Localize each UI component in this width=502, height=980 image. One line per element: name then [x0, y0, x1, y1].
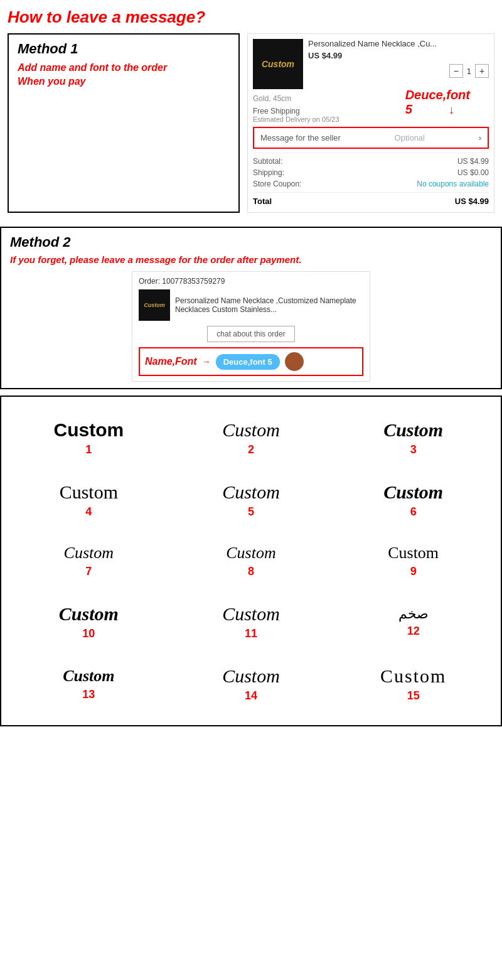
- user-avatar: [285, 352, 304, 371]
- product-name: Personalized Name Necklace ,Cu...: [308, 39, 489, 48]
- font-cell-12: صخم12: [332, 591, 494, 653]
- font-cell-9: Custom9: [332, 531, 494, 591]
- total-value: US $4.99: [455, 197, 489, 206]
- total-label: Total: [253, 197, 272, 206]
- font-number-2: 2: [248, 443, 254, 456]
- font-number-10: 10: [82, 627, 95, 640]
- method1-title: Method 1: [18, 41, 230, 57]
- order-product-name: Personalized Name Necklace ,Customized N…: [175, 296, 363, 314]
- shipping-info: Free Shipping Estimated Delivery on 05/2…: [253, 107, 339, 123]
- shipping-fee-value: US $0.00: [457, 168, 489, 177]
- optional-label: Optional: [395, 133, 425, 143]
- chat-message-row: Name,Font → Deuce,font 5: [139, 347, 363, 376]
- font-number-3: 3: [410, 443, 417, 456]
- font-word-3: Custom: [383, 419, 443, 441]
- product-price: US $4.99: [308, 51, 489, 60]
- font-cell-5: Custom5: [170, 469, 333, 531]
- free-shipping-label: Free Shipping: [253, 107, 339, 116]
- font-cell-1: Custom1: [8, 407, 170, 469]
- quantity-row: − 1 +: [308, 64, 489, 78]
- font-word-4: Custom: [60, 482, 118, 503]
- subtotal-row: Subtotal: US $4.99: [253, 156, 489, 167]
- font-cell-13: Custom13: [8, 653, 170, 715]
- shipping-fee-row: Shipping: US $0.00: [253, 167, 489, 178]
- order-thumb-text: Custom: [144, 302, 165, 308]
- shipping-fee-label: Shipping:: [253, 168, 284, 177]
- font-number-7: 7: [85, 565, 92, 578]
- font-word-15: Custom: [380, 665, 446, 687]
- quantity-plus-button[interactable]: +: [475, 64, 489, 78]
- font-word-10: Custom: [59, 603, 119, 625]
- top-section: How to leave a message? Method 1 Add nam…: [0, 0, 502, 220]
- total-divider: [253, 192, 489, 193]
- font-word-8: Custom: [226, 544, 275, 563]
- font-cell-11: Custom11: [170, 591, 333, 653]
- deuce-font-label: Deuce,font 5: [405, 88, 470, 117]
- order-product-row: Custom Personalized Name Necklace ,Custo…: [139, 289, 363, 321]
- subtotal-value: US $4.99: [457, 157, 489, 166]
- font-number-9: 9: [410, 565, 417, 578]
- product-row: Custom Personalized Name Necklace ,Cu...…: [253, 39, 489, 89]
- message-box[interactable]: Message for the seller Optional ›: [253, 127, 489, 149]
- font-cell-10: Custom10: [8, 591, 170, 653]
- font-number-14: 14: [245, 689, 257, 703]
- font-word-5: Custom: [222, 482, 280, 503]
- font-number-5: 5: [248, 505, 254, 519]
- method1-desc: Add name and font to the order When you …: [18, 61, 230, 89]
- top-content: Method 1 Add name and font to the order …: [8, 33, 494, 213]
- name-font-label: Name,Font: [145, 356, 197, 367]
- product-image-text: Custom: [262, 59, 294, 69]
- chat-about-order-button[interactable]: chat about this order: [207, 326, 294, 342]
- order-mockup: Order: 100778353759279 Custom Personaliz…: [132, 271, 370, 382]
- fonts-grid: Custom1Custom2Custom3Custom4Custom5Custo…: [8, 407, 494, 715]
- message-placeholder: Message for the seller: [260, 133, 341, 143]
- delivery-label: Estimated Delivery on 05/23: [253, 116, 339, 123]
- font-word-9: Custom: [388, 544, 439, 563]
- method2-desc: If you forget, please leave a message fo…: [10, 254, 492, 265]
- font-word-13: Custom: [63, 667, 114, 686]
- font-word-6: Custom: [383, 482, 443, 503]
- font-number-11: 11: [245, 627, 257, 640]
- chevron-right-icon: ›: [479, 133, 481, 143]
- coupon-label: Store Coupon:: [253, 180, 301, 188]
- font-number-12: 12: [407, 625, 420, 638]
- method2-section: Method 2 If you forget, please leave a m…: [0, 227, 502, 389]
- font-cell-2: Custom2: [170, 407, 333, 469]
- font-number-4: 4: [85, 505, 92, 519]
- font-number-15: 15: [407, 689, 420, 703]
- subtotal-label: Subtotal:: [253, 157, 282, 166]
- divider: [253, 153, 489, 153]
- coupon-row: Store Coupon: No coupons available: [253, 178, 489, 190]
- font-number-1: 1: [85, 443, 92, 456]
- order-number: Order: 100778353759279: [139, 277, 363, 286]
- chat-btn-row: chat about this order: [139, 326, 363, 342]
- coupon-value: No coupons available: [417, 180, 489, 188]
- product-info: Personalized Name Necklace ,Cu... US $4.…: [308, 39, 489, 89]
- font-cell-6: Custom6: [332, 469, 494, 531]
- font-number-13: 13: [82, 688, 95, 701]
- font-cell-7: Custom7: [8, 531, 170, 591]
- total-row: Total US $4.99: [253, 195, 489, 207]
- message-bubble: Deuce,font 5: [216, 354, 280, 370]
- font-number-8: 8: [248, 565, 254, 578]
- method2-title: Method 2: [10, 234, 492, 250]
- font-cell-3: Custom3: [332, 407, 494, 469]
- font-number-6: 6: [410, 505, 417, 519]
- font-word-1: Custom: [53, 419, 124, 441]
- font-word-14: Custom: [222, 665, 280, 687]
- checkout-mockup: Custom Personalized Name Necklace ,Cu...…: [247, 33, 494, 213]
- arrow-down-icon: ↓: [449, 104, 454, 117]
- font-cell-8: Custom8: [170, 531, 333, 591]
- font-word-7: Custom: [64, 544, 114, 563]
- font-cell-15: Custom15: [332, 653, 494, 715]
- font-cell-4: Custom4: [8, 469, 170, 531]
- shipping-row: Free Shipping Estimated Delivery on 05/2…: [253, 107, 489, 123]
- quantity-minus-button[interactable]: −: [449, 64, 463, 78]
- font-cell-14: Custom14: [170, 653, 333, 715]
- fonts-section: Custom1Custom2Custom3Custom4Custom5Custo…: [0, 396, 502, 726]
- product-image: Custom: [253, 39, 303, 89]
- font-word-12: صخم: [398, 606, 429, 622]
- quantity-value: 1: [467, 67, 471, 76]
- how-to-title: How to leave a message?: [8, 8, 494, 27]
- font-word-2: Custom: [222, 419, 280, 441]
